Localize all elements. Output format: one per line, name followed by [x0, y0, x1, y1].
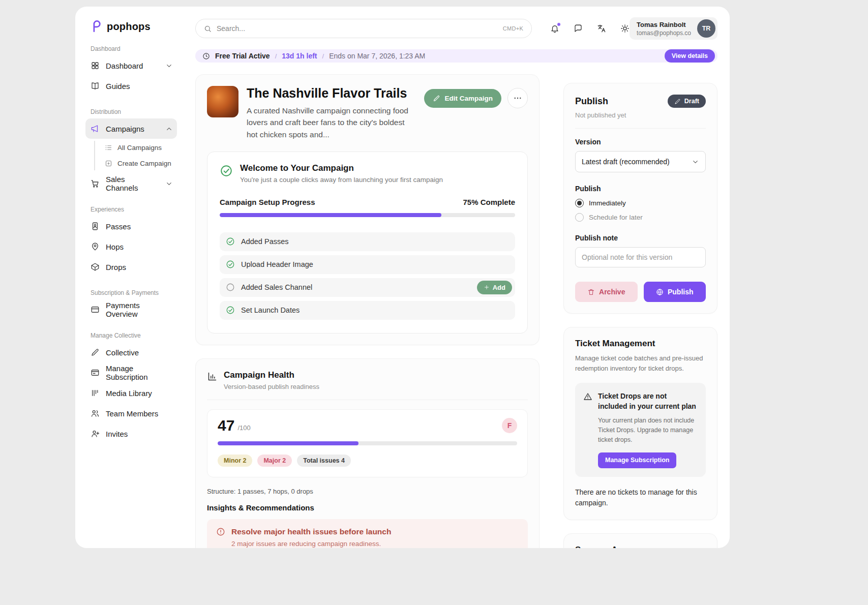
publish-label: Publish: [668, 288, 694, 296]
welcome-card: Welcome to Your Campaign You're just a c…: [207, 152, 528, 334]
radio-unselected-icon: [575, 213, 584, 222]
add-label: Add: [493, 284, 505, 291]
sidebar-item-drops[interactable]: Drops: [85, 257, 177, 277]
warning-triangle-icon: [583, 392, 592, 401]
sidebar-item-passes[interactable]: Passes: [85, 216, 177, 236]
check-circle-icon: [226, 306, 235, 315]
campaigns-subitems: All Campaigns Create Campaign: [85, 139, 177, 173]
version-value: Latest draft (recommended): [582, 158, 670, 166]
separator: /: [322, 52, 324, 60]
notifications-bell-icon[interactable]: [550, 24, 559, 33]
notification-dot: [557, 22, 561, 26]
welcome-header: Welcome to Your Campaign You're just a c…: [220, 163, 515, 184]
checklist-item-upload-header-image: Upload Header Image: [220, 255, 515, 274]
translate-icon[interactable]: [597, 24, 606, 33]
book-icon: [91, 81, 100, 90]
plus-icon: [484, 284, 490, 290]
more-options-button[interactable]: [507, 88, 528, 108]
radio-schedule-for-later[interactable]: Schedule for later: [575, 213, 706, 222]
alert-text: Resolve major health issues before launc…: [231, 527, 391, 548]
sidebar-item-dashboard[interactable]: Dashboard: [85, 55, 177, 76]
user-menu[interactable]: Tomas Rainbolt tomas@pophops.co TR: [630, 17, 717, 40]
health-title: Campaign Health: [224, 370, 319, 380]
clock-icon: [202, 52, 210, 60]
trial-end-date: Ends on Mar 7, 2026, 1:23 AM: [329, 52, 425, 60]
sidebar-item-team-members[interactable]: Team Members: [85, 403, 177, 424]
content: The Nashville Flavor Trails A curated Na…: [183, 63, 730, 548]
sidebar-item-guides[interactable]: Guides: [85, 76, 177, 96]
major-issues-badge: Major 2: [257, 455, 292, 467]
sidebar-item-label: Create Campaign: [117, 160, 171, 167]
user-name: Tomas Rainbolt: [637, 21, 691, 28]
brand-logo[interactable]: pophops: [85, 20, 177, 33]
sidebar-item-label: Manage Subscription: [106, 364, 173, 381]
sidebar-item-label: Campaigns: [106, 125, 144, 133]
sidebar-item-payments-overview[interactable]: Payments Overview: [85, 299, 177, 320]
sidebar-item-sales-channels[interactable]: Sales Channels: [85, 173, 177, 194]
archive-button[interactable]: Archive: [575, 282, 638, 302]
credit-card-icon: [91, 305, 100, 314]
add-sales-channel-button[interactable]: Add: [477, 281, 512, 294]
check-circle-icon: [226, 237, 235, 246]
user-plus-icon: [91, 429, 100, 438]
publish-card: Publish Draft Not published yet Version …: [563, 83, 717, 314]
manage-subscription-button[interactable]: Manage Subscription: [598, 452, 676, 468]
checklist-label: Upload Header Image: [241, 260, 313, 268]
sidebar-item-label: Passes: [106, 222, 131, 231]
sidebar-item-label: Invites: [106, 430, 128, 438]
publish-button[interactable]: Publish: [644, 282, 706, 302]
sidebar-item-label: All Campaigns: [117, 144, 162, 152]
sidebar-item-label: Team Members: [106, 409, 158, 418]
publish-header: Publish Draft: [575, 95, 706, 108]
checklist-item-set-launch-dates: Set Launch Dates: [220, 301, 515, 320]
radio-label: Schedule for later: [589, 214, 643, 221]
package-icon: [91, 262, 100, 271]
radio-selected-icon: [575, 199, 584, 207]
sidebar-item-hops[interactable]: Hops: [85, 236, 177, 257]
chat-icon[interactable]: [574, 24, 583, 33]
publish-note-input[interactable]: [575, 247, 706, 267]
publish-options: Immediately Schedule for later: [575, 199, 706, 222]
sidebar-item-manage-subscription[interactable]: Manage Subscription: [85, 362, 177, 383]
checklist-item-added-sales-channel: Added Sales Channel Add: [220, 278, 515, 297]
app-window: pophops Dashboard Dashboard Guides Distr…: [75, 7, 730, 548]
scanner-access-title: Scanner Access: [575, 545, 706, 548]
theme-sun-icon[interactable]: [620, 24, 630, 33]
sidebar-item-invites[interactable]: Invites: [85, 424, 177, 444]
avatar: TR: [697, 19, 715, 38]
main-column: The Nashville Flavor Trails A curated Na…: [195, 74, 540, 548]
progress-value: 75% Complete: [463, 198, 515, 206]
health-subtitle: Version-based publish readiness: [224, 383, 319, 390]
sidebar-item-campaigns[interactable]: Campaigns: [85, 118, 177, 139]
sidebar-item-all-campaigns[interactable]: All Campaigns: [85, 140, 177, 156]
sidebar-item-label: Drops: [106, 263, 126, 271]
sidebar-item-media-library[interactable]: Media Library: [85, 383, 177, 403]
campaign-title: The Nashville Flavor Trails: [247, 86, 416, 101]
draft-status-badge[interactable]: Draft: [668, 95, 706, 108]
checklist-label: Set Launch Dates: [241, 306, 300, 314]
chevron-down-icon: [692, 158, 699, 166]
edit-campaign-button[interactable]: Edit Campaign: [424, 89, 501, 108]
alert-major-issues: Resolve major health issues before launc…: [207, 519, 528, 548]
search-input[interactable]: [217, 24, 498, 33]
divider: [207, 400, 528, 400]
chevron-down-icon: [165, 62, 173, 70]
megaphone-icon: [91, 124, 100, 133]
sidebar-item-collective[interactable]: Collective: [85, 342, 177, 362]
ticket-management-subtitle: Manage ticket code batches and pre-issue…: [575, 353, 706, 374]
radio-immediately[interactable]: Immediately: [575, 199, 706, 207]
view-details-button[interactable]: View details: [665, 49, 715, 63]
version-select[interactable]: Latest draft (recommended): [575, 151, 706, 172]
trial-time-left: 13d 1h left: [282, 52, 317, 60]
sidebar-item-create-campaign[interactable]: Create Campaign: [85, 156, 177, 171]
health-progress-bar: [218, 441, 517, 445]
publish-status-note: Not published yet: [575, 111, 706, 119]
section-label-dashboard: Dashboard: [91, 45, 177, 52]
health-progress-fill: [218, 441, 358, 445]
pass-icon: [91, 222, 100, 231]
alert-body: 2 major issues are reducing campaign rea…: [231, 540, 391, 548]
archive-label: Archive: [599, 288, 625, 296]
section-label-distribution: Distribution: [91, 108, 177, 115]
bar-chart-icon: [207, 371, 218, 382]
campaign-title-block: The Nashville Flavor Trails A curated Na…: [247, 86, 416, 140]
